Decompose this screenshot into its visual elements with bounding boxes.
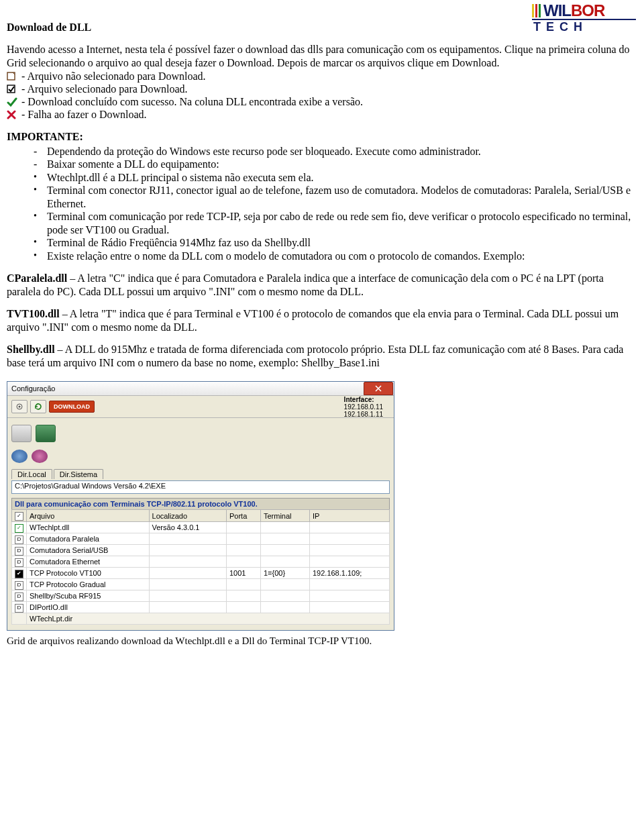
cell-porta [226, 556, 260, 568]
table-row[interactable]: DComutadora Paralela [12, 533, 390, 545]
cell-localizado [149, 568, 226, 579]
tab-dir-local[interactable]: Dir.Local [11, 469, 52, 479]
logo-text-left: WIL [543, 4, 571, 19]
close-button[interactable] [364, 382, 393, 395]
col-check-icon[interactable]: ✓ [12, 510, 27, 522]
cell-porta [226, 522, 260, 533]
cell-porta [226, 545, 260, 556]
cell-porta [226, 602, 260, 613]
download-success-icon [7, 97, 17, 107]
bullet-item: Existe relação entre o nome da DLL com o… [34, 250, 637, 263]
cell-localizado: Versão 4.3.0.1 [149, 522, 226, 533]
cell-arquivo: DIPortIO.dll [27, 602, 150, 613]
tvt100-name: TVT100.dll [7, 308, 60, 319]
col-localizado[interactable]: Localizado [149, 510, 226, 522]
table-row[interactable]: ✔TCP Protocolo VT10010011={00}192.168.1.… [12, 568, 390, 579]
download-button[interactable]: DOWNLOAD [49, 401, 95, 413]
shellby-text: – A DLL do 915Mhz e tratada de forma dif… [7, 344, 623, 368]
icon-desc-unselected: - Arquivo não selecionado para Download. [21, 70, 206, 83]
cell-ip [309, 533, 389, 545]
cell-porta: 1001 [226, 568, 260, 579]
col-arquivo[interactable]: Arquivo [27, 510, 150, 522]
icon-desc-selected: - Arquivo selecionado para Download. [21, 83, 187, 95]
cell-terminal [260, 522, 309, 533]
row-select-icon[interactable]: D [12, 545, 27, 556]
table-row[interactable]: DShellby/Scuba RF915 [12, 590, 390, 602]
device-icons-row [11, 421, 390, 446]
file-selected-icon [7, 85, 17, 94]
bullet-item: Terminal de Rádio Freqüência 914Mhz faz … [34, 236, 637, 250]
icon-desc-fail: - Falha ao fazer o Download. [21, 109, 147, 121]
cell-terminal [260, 533, 309, 545]
row-select-icon[interactable]: D [12, 590, 27, 602]
config-window: Configuração DOWNLOAD Interface: 192.168… [7, 381, 394, 631]
grid-caption-bar: Dll para comunicação com Terminais TCP-I… [11, 498, 390, 509]
cparalela-text: – A letra "C" indica que é para Comutado… [7, 272, 604, 297]
path-input[interactable]: C:\Projetos\Gradual Windows Versão 4.2\E… [11, 480, 390, 494]
cell-terminal [260, 602, 309, 613]
cell-localizado [149, 590, 226, 602]
tvt100-text: – A letra "T" indica que é para Terminal… [7, 308, 619, 333]
cell-arquivo: Shellby/Scuba RF915 [27, 590, 150, 602]
cparalela-para: CParalela.dll – A letra "C" indica que é… [7, 272, 637, 298]
cell-arquivo: TCP Protocolo Gradual [27, 579, 150, 590]
cell-ip [309, 602, 389, 613]
device-icon [11, 425, 32, 442]
cell-localizado [149, 545, 226, 556]
cell-terminal [260, 545, 309, 556]
device-icon [11, 450, 28, 463]
window-title: Configuração [11, 384, 55, 393]
table-row[interactable]: ✓WTechlpt.dllVersão 4.3.0.1 [12, 522, 390, 533]
cell-porta [226, 533, 260, 545]
table-row[interactable]: DTCP Protocolo Gradual [12, 579, 390, 590]
interface-ip: 192.168.0.11 [344, 403, 383, 411]
cparalela-name: CParalela.dll [7, 272, 67, 284]
table-row[interactable]: DComutadora Ethernet [12, 556, 390, 568]
interface-info: Interface: 192.168.0.11 192.168.1.11 [344, 396, 390, 418]
cell-arquivo: WTechlpt.dll [27, 522, 150, 533]
row-select-icon[interactable]: ✓ [12, 522, 27, 533]
cell-terminal: 1={00} [260, 568, 309, 579]
cell-ip [309, 590, 389, 602]
row-select-icon[interactable]: ✔ [12, 568, 27, 579]
table-row[interactable]: DComutadora Serial/USB [12, 545, 390, 556]
col-ip[interactable]: IP [309, 510, 389, 522]
important-item: Dependendo da proteção do Windows este r… [34, 145, 637, 158]
col-terminal[interactable]: Terminal [260, 510, 309, 522]
cell-ip [309, 522, 389, 533]
logo-sub: TECH [532, 19, 636, 34]
shellby-name: Shellby.dll [7, 344, 55, 355]
grid-footer-text: WTechLpt.dir [27, 613, 390, 625]
tvt100-para: TVT100.dll – A letra "T" indica que é pa… [7, 307, 637, 333]
interface-label: Interface: [344, 396, 383, 403]
toolbar-gear-icon[interactable] [11, 400, 28, 413]
bullet-item: Wtechlpt.dll é a DLL principal o sistema… [34, 171, 637, 185]
row-select-icon[interactable]: D [12, 556, 27, 568]
cell-localizado [149, 579, 226, 590]
important-heading: IMPORTANTE: [7, 130, 637, 144]
row-select-icon[interactable]: D [12, 533, 27, 545]
cell-terminal [260, 556, 309, 568]
download-fail-icon [7, 110, 17, 119]
table-row[interactable]: DDIPortIO.dll [12, 602, 390, 613]
row-select-icon[interactable]: D [12, 579, 27, 590]
toolbar-refresh-icon[interactable] [30, 400, 46, 413]
intro-paragraph: Havendo acesso a Internet, nesta tela é … [7, 43, 637, 69]
device-icon [32, 450, 48, 463]
icon-desc-success: - Download concluído com sucesso. Na col… [21, 96, 363, 108]
cell-localizado [149, 556, 226, 568]
tab-dir-sistema[interactable]: Dir.Sistema [54, 469, 103, 479]
file-unselected-icon [7, 72, 17, 81]
cell-ip [309, 545, 389, 556]
brand-logo: WILBOR TECH [532, 4, 636, 36]
cell-arquivo: Comutadora Ethernet [27, 556, 150, 568]
device-icons-row [11, 446, 390, 466]
cell-localizado [149, 533, 226, 545]
cell-porta [226, 590, 260, 602]
col-porta[interactable]: Porta [226, 510, 260, 522]
bullet-item: Terminal com conector RJ11, conector igu… [34, 184, 637, 210]
interface-ip: 192.168.1.11 [344, 411, 383, 418]
grid-footer-icon [12, 613, 27, 625]
bullet-item: Terminal com comunicação por rede TCP-IP… [34, 210, 637, 236]
row-select-icon[interactable]: D [12, 602, 27, 613]
